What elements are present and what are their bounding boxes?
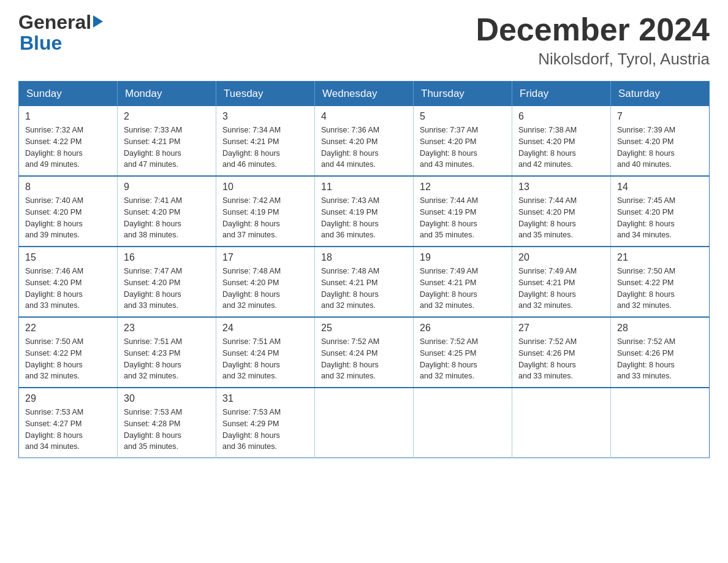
calendar-header-saturday: Saturday: [611, 82, 710, 107]
calendar-week-row: 15 Sunrise: 7:46 AM Sunset: 4:20 PM Dayl…: [19, 247, 710, 317]
calendar-cell: 25 Sunrise: 7:52 AM Sunset: 4:24 PM Dayl…: [315, 317, 414, 388]
day-number: 28: [617, 323, 703, 334]
calendar-week-row: 29 Sunrise: 7:53 AM Sunset: 4:27 PM Dayl…: [19, 388, 710, 458]
calendar-header-monday: Monday: [118, 82, 216, 107]
calendar-header-tuesday: Tuesday: [216, 82, 315, 107]
day-number: 4: [321, 111, 407, 122]
calendar-cell: 2 Sunrise: 7:33 AM Sunset: 4:21 PM Dayli…: [118, 106, 216, 176]
calendar-week-row: 22 Sunrise: 7:50 AM Sunset: 4:22 PM Dayl…: [19, 317, 710, 388]
day-info: Sunrise: 7:45 AM Sunset: 4:20 PM Dayligh…: [617, 195, 703, 241]
calendar-cell: 17 Sunrise: 7:48 AM Sunset: 4:20 PM Dayl…: [216, 247, 315, 317]
day-info: Sunrise: 7:52 AM Sunset: 4:26 PM Dayligh…: [518, 336, 604, 382]
day-info: Sunrise: 7:47 AM Sunset: 4:20 PM Dayligh…: [124, 266, 210, 312]
calendar-header-row: SundayMondayTuesdayWednesdayThursdayFrid…: [19, 82, 710, 107]
day-info: Sunrise: 7:48 AM Sunset: 4:21 PM Dayligh…: [321, 266, 407, 312]
day-number: 10: [222, 182, 308, 193]
day-info: Sunrise: 7:53 AM Sunset: 4:29 PM Dayligh…: [222, 407, 308, 453]
day-info: Sunrise: 7:52 AM Sunset: 4:26 PM Dayligh…: [617, 336, 703, 382]
calendar-cell: 1 Sunrise: 7:32 AM Sunset: 4:22 PM Dayli…: [19, 106, 118, 176]
day-number: 21: [617, 252, 703, 263]
calendar-week-row: 8 Sunrise: 7:40 AM Sunset: 4:20 PM Dayli…: [19, 176, 710, 247]
calendar-cell: 7 Sunrise: 7:39 AM Sunset: 4:20 PM Dayli…: [611, 106, 710, 176]
day-info: Sunrise: 7:42 AM Sunset: 4:19 PM Dayligh…: [222, 195, 308, 241]
day-info: Sunrise: 7:36 AM Sunset: 4:20 PM Dayligh…: [321, 124, 407, 170]
calendar-cell: 29 Sunrise: 7:53 AM Sunset: 4:27 PM Dayl…: [19, 388, 118, 458]
day-number: 13: [518, 182, 604, 193]
day-info: Sunrise: 7:49 AM Sunset: 4:21 PM Dayligh…: [518, 266, 604, 312]
day-info: Sunrise: 7:41 AM Sunset: 4:20 PM Dayligh…: [124, 195, 210, 241]
logo-text-general: General: [18, 12, 91, 32]
calendar-header-sunday: Sunday: [19, 82, 118, 107]
day-info: Sunrise: 7:51 AM Sunset: 4:23 PM Dayligh…: [124, 336, 210, 382]
day-info: Sunrise: 7:52 AM Sunset: 4:24 PM Dayligh…: [321, 336, 407, 382]
calendar-cell: [315, 388, 414, 458]
day-info: Sunrise: 7:40 AM Sunset: 4:20 PM Dayligh…: [25, 195, 111, 241]
day-number: 22: [25, 323, 111, 334]
day-number: 3: [222, 111, 308, 122]
day-info: Sunrise: 7:37 AM Sunset: 4:20 PM Dayligh…: [420, 124, 506, 170]
day-info: Sunrise: 7:46 AM Sunset: 4:20 PM Dayligh…: [25, 266, 111, 312]
day-info: Sunrise: 7:44 AM Sunset: 4:20 PM Dayligh…: [518, 195, 604, 241]
day-info: Sunrise: 7:49 AM Sunset: 4:21 PM Dayligh…: [420, 266, 506, 312]
day-number: 18: [321, 252, 407, 263]
day-number: 2: [124, 111, 210, 122]
calendar-table: SundayMondayTuesdayWednesdayThursdayFrid…: [18, 81, 710, 458]
day-number: 11: [321, 182, 407, 193]
day-info: Sunrise: 7:34 AM Sunset: 4:21 PM Dayligh…: [222, 124, 308, 170]
calendar-cell: 28 Sunrise: 7:52 AM Sunset: 4:26 PM Dayl…: [611, 317, 710, 388]
day-number: 17: [222, 252, 308, 263]
logo-text-blue: Blue: [20, 32, 62, 55]
calendar-header-friday: Friday: [512, 82, 611, 107]
calendar-cell: 31 Sunrise: 7:53 AM Sunset: 4:29 PM Dayl…: [216, 388, 315, 458]
day-number: 12: [420, 182, 506, 193]
day-info: Sunrise: 7:50 AM Sunset: 4:22 PM Dayligh…: [25, 336, 111, 382]
day-number: 26: [420, 323, 506, 334]
day-number: 27: [518, 323, 604, 334]
page-subtitle: Nikolsdorf, Tyrol, Austria: [476, 50, 710, 69]
calendar-cell: 6 Sunrise: 7:38 AM Sunset: 4:20 PM Dayli…: [512, 106, 611, 176]
day-number: 31: [222, 393, 308, 404]
day-number: 5: [420, 111, 506, 122]
day-info: Sunrise: 7:38 AM Sunset: 4:20 PM Dayligh…: [518, 124, 604, 170]
day-number: 23: [124, 323, 210, 334]
day-info: Sunrise: 7:53 AM Sunset: 4:27 PM Dayligh…: [25, 407, 111, 453]
title-area: December 2024 Nikolsdorf, Tyrol, Austria: [476, 12, 710, 69]
calendar-cell: 18 Sunrise: 7:48 AM Sunset: 4:21 PM Dayl…: [315, 247, 414, 317]
calendar-cell: 30 Sunrise: 7:53 AM Sunset: 4:28 PM Dayl…: [118, 388, 216, 458]
day-number: 16: [124, 252, 210, 263]
day-info: Sunrise: 7:44 AM Sunset: 4:19 PM Dayligh…: [420, 195, 506, 241]
day-info: Sunrise: 7:52 AM Sunset: 4:25 PM Dayligh…: [420, 336, 506, 382]
calendar-cell: 9 Sunrise: 7:41 AM Sunset: 4:20 PM Dayli…: [118, 176, 216, 247]
day-number: 29: [25, 393, 111, 404]
calendar-cell: 23 Sunrise: 7:51 AM Sunset: 4:23 PM Dayl…: [118, 317, 216, 388]
calendar-week-row: 1 Sunrise: 7:32 AM Sunset: 4:22 PM Dayli…: [19, 106, 710, 176]
calendar-cell: 11 Sunrise: 7:43 AM Sunset: 4:19 PM Dayl…: [315, 176, 414, 247]
calendar-cell: 4 Sunrise: 7:36 AM Sunset: 4:20 PM Dayli…: [315, 106, 414, 176]
day-number: 30: [124, 393, 210, 404]
day-number: 8: [25, 182, 111, 193]
day-number: 24: [222, 323, 308, 334]
calendar-cell: [512, 388, 611, 458]
calendar-cell: 16 Sunrise: 7:47 AM Sunset: 4:20 PM Dayl…: [118, 247, 216, 317]
calendar-cell: 21 Sunrise: 7:50 AM Sunset: 4:22 PM Dayl…: [611, 247, 710, 317]
calendar-cell: 22 Sunrise: 7:50 AM Sunset: 4:22 PM Dayl…: [19, 317, 118, 388]
calendar-header-thursday: Thursday: [414, 82, 512, 107]
day-info: Sunrise: 7:51 AM Sunset: 4:24 PM Dayligh…: [222, 336, 308, 382]
calendar-cell: 19 Sunrise: 7:49 AM Sunset: 4:21 PM Dayl…: [414, 247, 512, 317]
calendar-cell: 26 Sunrise: 7:52 AM Sunset: 4:25 PM Dayl…: [414, 317, 512, 388]
calendar-cell: 5 Sunrise: 7:37 AM Sunset: 4:20 PM Dayli…: [414, 106, 512, 176]
day-number: 6: [518, 111, 604, 122]
day-info: Sunrise: 7:32 AM Sunset: 4:22 PM Dayligh…: [25, 124, 111, 170]
calendar-cell: 15 Sunrise: 7:46 AM Sunset: 4:20 PM Dayl…: [19, 247, 118, 317]
calendar-cell: 14 Sunrise: 7:45 AM Sunset: 4:20 PM Dayl…: [611, 176, 710, 247]
day-number: 1: [25, 111, 111, 122]
logo-triangle-icon: [93, 15, 103, 28]
day-info: Sunrise: 7:48 AM Sunset: 4:20 PM Dayligh…: [222, 266, 308, 312]
day-info: Sunrise: 7:33 AM Sunset: 4:21 PM Dayligh…: [124, 124, 210, 170]
calendar-cell: [611, 388, 710, 458]
calendar-cell: 13 Sunrise: 7:44 AM Sunset: 4:20 PM Dayl…: [512, 176, 611, 247]
calendar-cell: 12 Sunrise: 7:44 AM Sunset: 4:19 PM Dayl…: [414, 176, 512, 247]
calendar-cell: 3 Sunrise: 7:34 AM Sunset: 4:21 PM Dayli…: [216, 106, 315, 176]
day-number: 19: [420, 252, 506, 263]
day-number: 7: [617, 111, 703, 122]
